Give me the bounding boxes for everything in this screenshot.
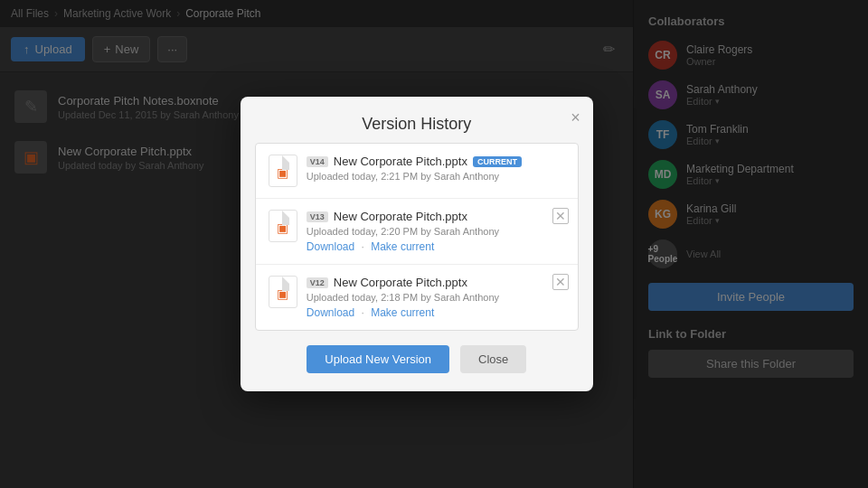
version-item-v13: ▣ V13 New Corporate Pitch.pptx Uploaded … <box>256 199 578 265</box>
modal-footer: Upload New Version Close <box>241 345 593 373</box>
version-name-v13: New Corporate Pitch.pptx <box>334 210 467 223</box>
version-list: ▣ V14 New Corporate Pitch.pptx current U… <box>255 143 579 331</box>
current-badge: current <box>473 156 522 167</box>
download-link-v13[interactable]: Download <box>307 240 354 253</box>
version-actions-v13: Download · Make current <box>307 240 565 253</box>
upload-new-version-button[interactable]: Upload New Version <box>307 345 449 373</box>
version-history-modal: Version History × ▣ V14 New Corporate Pi… <box>241 97 593 391</box>
close-modal-button[interactable]: Close <box>460 345 526 373</box>
version-num-v14: V14 <box>307 156 328 167</box>
version-item-v12: ▣ V12 New Corporate Pitch.pptx Uploaded … <box>256 265 578 330</box>
version-meta-v14: Uploaded today, 2:21 PM by Sarah Anthony <box>307 171 565 182</box>
version-num-v12: V12 <box>307 277 328 288</box>
version-item-v14: ▣ V14 New Corporate Pitch.pptx current U… <box>256 144 578 199</box>
version-num-v13: V13 <box>307 211 328 222</box>
modal-header: Version History × <box>241 97 593 143</box>
modal-title: Version History <box>259 115 575 134</box>
version-meta-v13: Uploaded today, 2:20 PM by Sarah Anthony <box>307 226 565 237</box>
version-name-v12: New Corporate Pitch.pptx <box>334 276 467 289</box>
version-file-icon-v13: ▣ <box>269 210 297 242</box>
make-current-link-v12[interactable]: Make current <box>371 306 434 319</box>
make-current-link-v13[interactable]: Make current <box>371 240 434 253</box>
version-actions-v12: Download · Make current <box>307 306 565 319</box>
version-file-icon-v12: ▣ <box>269 276 297 308</box>
delete-version-v13[interactable]: ✕ <box>552 208 569 224</box>
delete-version-v12[interactable]: ✕ <box>552 274 569 290</box>
version-file-icon-v14: ▣ <box>269 155 297 187</box>
download-link-v12[interactable]: Download <box>307 306 354 319</box>
version-meta-v12: Uploaded today, 2:18 PM by Sarah Anthony <box>307 292 565 303</box>
modal-close-button[interactable]: × <box>571 109 580 126</box>
version-name-v14: New Corporate Pitch.pptx <box>334 155 467 168</box>
